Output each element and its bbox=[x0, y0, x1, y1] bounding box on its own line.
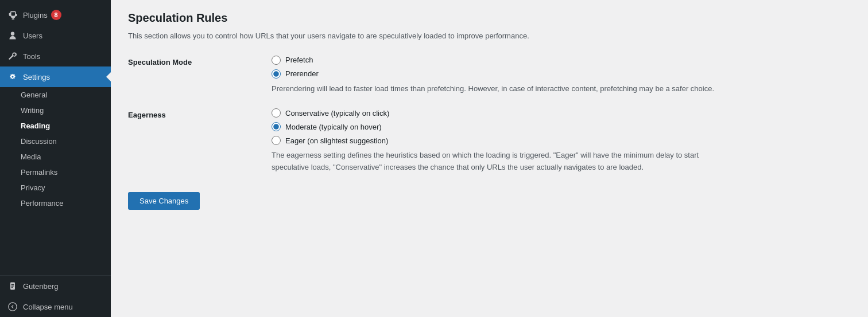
eager-label: Eager (on slightest suggestion) bbox=[285, 136, 388, 145]
sidebar-item-discussion[interactable]: Discussion bbox=[0, 134, 111, 149]
tools-label: Tools bbox=[23, 52, 40, 61]
save-row: Save Changes bbox=[128, 187, 851, 210]
sidebar-item-permalinks[interactable]: Permalinks bbox=[0, 165, 111, 180]
moderate-label: Moderate (typically on hover) bbox=[285, 123, 382, 131]
users-icon bbox=[7, 30, 18, 41]
collapse-label: Collapse menu bbox=[23, 303, 73, 311]
collapse-icon bbox=[7, 301, 18, 312]
conservative-radio[interactable] bbox=[272, 108, 281, 118]
sidebar-item-writing[interactable]: Writing bbox=[0, 103, 111, 118]
eagerness-controls: Conservative (typically on click) Modera… bbox=[272, 108, 851, 174]
sidebar-item-general[interactable]: General bbox=[0, 87, 111, 103]
speculation-mode-row: Speculation Mode Prefetch Prerender Prer… bbox=[128, 56, 851, 95]
users-label: Users bbox=[23, 32, 42, 40]
sidebar-item-privacy[interactable]: Privacy bbox=[0, 180, 111, 195]
conservative-label: Conservative (typically on click) bbox=[285, 109, 389, 118]
sidebar-bottom: Gutenberg Collapse menu bbox=[0, 275, 111, 317]
prefetch-radio[interactable] bbox=[272, 56, 281, 65]
conservative-option[interactable]: Conservative (typically on click) bbox=[272, 108, 851, 118]
sidebar-item-tools[interactable]: Tools bbox=[0, 46, 111, 66]
sidebar-item-performance[interactable]: Performance bbox=[0, 195, 111, 211]
moderate-option[interactable]: Moderate (typically on hover) bbox=[272, 122, 851, 131]
sidebar-item-settings[interactable]: Settings bbox=[0, 66, 111, 87]
gutenberg-label: Gutenberg bbox=[23, 282, 58, 291]
section-description: This section allows you to control how U… bbox=[128, 30, 851, 42]
prerender-label: Prerender bbox=[285, 69, 319, 78]
settings-label: Settings bbox=[23, 73, 50, 81]
eagerness-label: Eagerness bbox=[128, 111, 166, 119]
page-title: Speculation Rules bbox=[128, 11, 851, 25]
prefetch-label: Prefetch bbox=[285, 56, 313, 64]
sidebar-item-gutenberg[interactable]: Gutenberg bbox=[0, 276, 111, 296]
eager-option[interactable]: Eager (on slightest suggestion) bbox=[272, 136, 851, 145]
plugins-badge: 8 bbox=[51, 10, 61, 20]
prerender-radio[interactable] bbox=[272, 69, 281, 79]
sidebar: Plugins 8 Users Tools Settings General W… bbox=[0, 0, 111, 317]
speculation-mode-label-col: Speculation Mode bbox=[128, 56, 272, 95]
main-content: Speculation Rules This section allows yo… bbox=[111, 0, 868, 317]
eagerness-row: Eagerness Conservative (typically on cli… bbox=[128, 108, 851, 174]
settings-submenu: General Writing Reading Discussion Media… bbox=[0, 87, 111, 211]
sidebar-item-collapse[interactable]: Collapse menu bbox=[0, 296, 111, 317]
sidebar-top: Plugins 8 Users Tools Settings General W… bbox=[0, 0, 111, 211]
speculation-mode-label: Speculation Mode bbox=[128, 58, 192, 66]
eager-radio[interactable] bbox=[272, 136, 281, 145]
sidebar-item-media[interactable]: Media bbox=[0, 149, 111, 165]
sidebar-item-reading[interactable]: Reading bbox=[0, 118, 111, 134]
eagerness-helper: The eagerness setting defines the heuris… bbox=[272, 150, 731, 174]
gutenberg-icon bbox=[7, 280, 18, 292]
sidebar-item-plugins[interactable]: Plugins 8 bbox=[0, 5, 111, 25]
tools-icon bbox=[7, 50, 18, 62]
svg-point-0 bbox=[9, 303, 17, 311]
prerender-option[interactable]: Prerender bbox=[272, 69, 851, 79]
plugins-icon bbox=[7, 9, 18, 21]
eagerness-label-col: Eagerness bbox=[128, 108, 272, 174]
prefetch-option[interactable]: Prefetch bbox=[272, 56, 851, 65]
moderate-radio[interactable] bbox=[272, 122, 281, 131]
speculation-mode-helper: Prerendering will lead to faster load ti… bbox=[272, 83, 731, 95]
settings-icon bbox=[7, 71, 18, 83]
plugins-label: Plugins bbox=[23, 11, 48, 19]
sidebar-item-users[interactable]: Users bbox=[0, 25, 111, 46]
speculation-mode-controls: Prefetch Prerender Prerendering will lea… bbox=[272, 56, 851, 95]
save-button[interactable]: Save Changes bbox=[128, 192, 200, 210]
